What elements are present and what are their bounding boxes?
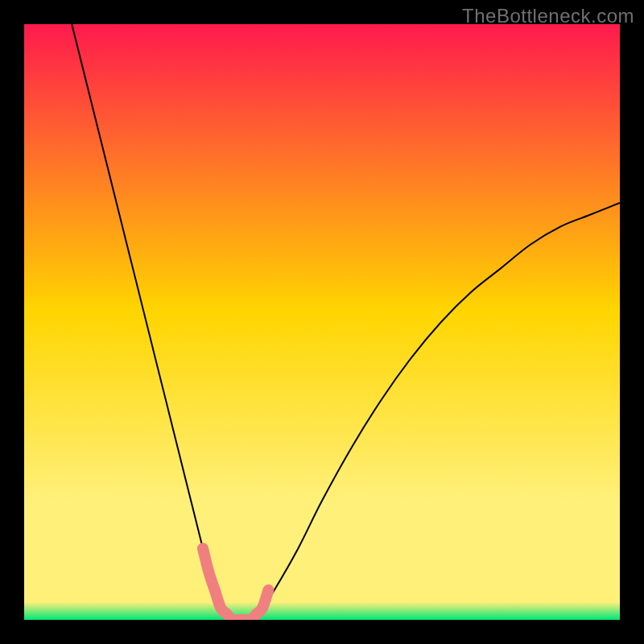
plot-svg bbox=[24, 24, 620, 620]
gradient-background bbox=[24, 24, 620, 620]
chart-frame: TheBottleneck.com bbox=[0, 0, 644, 644]
plot-area bbox=[24, 24, 620, 620]
watermark-label: TheBottleneck.com bbox=[462, 5, 634, 27]
